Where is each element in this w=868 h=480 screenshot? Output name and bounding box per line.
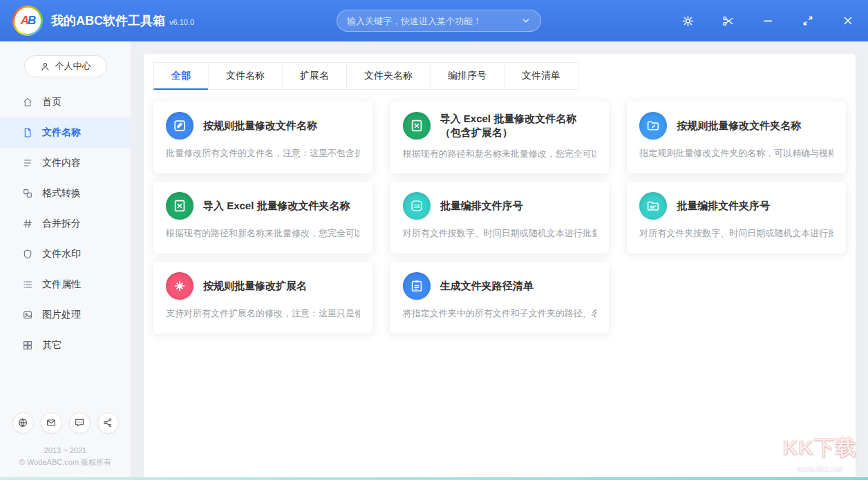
card-title: 生成文件夹路径清单: [440, 279, 534, 293]
sidebar-footer: 2013 ~ 2021 © WodeABC.com 版权所有: [0, 445, 131, 480]
home-icon: [22, 97, 33, 108]
card-title: 批量编排文件夹序号: [677, 199, 770, 213]
sidebar-item-file-content[interactable]: 文件内容: [0, 148, 131, 178]
scissors-tool-icon[interactable]: [720, 13, 735, 28]
sidebar-item-merge-split[interactable]: 合并拆分: [0, 209, 131, 239]
card-title: 按规则批量修改文件夹名称: [677, 119, 801, 133]
number-folder-icon: [639, 192, 667, 220]
content-panel: 全部 文件名称 扩展名 文件夹名称 编排序号 文件清单 按规则批量修改文件名称 …: [144, 54, 856, 480]
excel-import-icon: [403, 112, 431, 140]
profile-center-button[interactable]: 个人中心: [24, 55, 107, 77]
card-title: 批量编排文件序号: [440, 199, 523, 213]
file-icon: [22, 127, 33, 138]
convert-arrows-icon: [22, 188, 33, 199]
card-desc: 对所有文件按数字、时间日期或随机文本进行批量修改: [403, 227, 597, 240]
share-nodes-icon[interactable]: [97, 412, 119, 434]
sidebar-item-watermark[interactable]: 文件水印: [0, 239, 131, 269]
tab-label: 全部: [171, 70, 191, 82]
tab-extension[interactable]: 扩展名: [282, 62, 347, 90]
app-logo-letters: AB: [15, 8, 41, 34]
minimize-button[interactable]: [760, 13, 775, 28]
svg-text:1/2: 1/2: [413, 204, 419, 209]
sidebar-nav: 首页 文件名称 文件内容 格式转换 合并拆分 文件水印: [0, 87, 131, 361]
sidebar-social-row: [12, 396, 119, 434]
tab-label: 编排序号: [448, 70, 487, 82]
app-logo: AB: [12, 6, 43, 36]
titlebar: AB 我的ABC软件工具箱v6.10.0: [0, 0, 868, 41]
card-desc: 支持对所有文件扩展名的修改，注意：这里只是修改扩: [166, 307, 360, 320]
tab-file-list[interactable]: 文件清单: [504, 62, 578, 90]
browser-globe-icon[interactable]: [12, 412, 34, 434]
card-number-folders[interactable]: 批量编排文件夹序号 对所有文件夹按数字、时间日期或随机文本进行批量修: [627, 182, 846, 253]
card-folder-path-list[interactable]: 生成文件夹路径清单 将指定文件夹中的所有文件和子文件夹的路径、名称、: [390, 262, 610, 334]
card-desc: 指定规则批量修改文件夹的名称，可以精确与模糊查找: [639, 147, 833, 160]
card-title: 导入 Excel 批量修改文件夹名称: [203, 199, 350, 213]
tab-file-name[interactable]: 文件名称: [208, 62, 283, 90]
sidebar-item-label: 文件属性: [42, 278, 81, 291]
profile-center-label: 个人中心: [55, 60, 91, 73]
sidebar-item-format-convert[interactable]: 格式转换: [0, 178, 131, 209]
bulleted-list-icon: [22, 279, 33, 290]
grid-icon: [22, 340, 33, 351]
sidebar: 个人中心 首页 文件名称 文件内容 格式转换 合并拆分: [0, 41, 131, 480]
bottom-strip: [0, 477, 868, 480]
chat-bubble-icon[interactable]: [69, 412, 91, 434]
sidebar-item-home[interactable]: 首页: [0, 87, 131, 117]
sidebar-item-label: 文件内容: [42, 157, 81, 169]
tab-all[interactable]: 全部: [153, 62, 209, 90]
card-desc: 根据现有的路径和新名称来批量修改，您完全可以利用: [166, 227, 360, 240]
person-icon: [40, 61, 50, 72]
card-rename-folders[interactable]: 按规则批量修改文件夹名称 指定规则批量修改文件夹的名称，可以精确与模糊查找: [627, 102, 846, 173]
app-title: 我的ABC软件工具箱v6.10.0: [51, 12, 194, 29]
card-desc: 对所有文件夹按数字、时间日期或随机文本进行批量修: [639, 227, 833, 240]
card-title: 导入 Excel 批量修改文件名称（包含扩展名）: [440, 112, 597, 140]
copyright-years: 2013 ~ 2021: [0, 445, 131, 457]
tab-numbering[interactable]: 编排序号: [430, 62, 504, 90]
sidebar-item-label: 合并拆分: [42, 218, 81, 230]
card-desc: 根据现有的路径和新名称来批量修改，您完全可以利用: [403, 148, 597, 160]
quick-search-box[interactable]: [337, 10, 541, 32]
excel-import-icon: [166, 192, 194, 220]
category-tabs: 全部 文件名称 扩展名 文件夹名称 编排序号 文件清单: [153, 62, 846, 90]
sidebar-item-label: 其它: [42, 339, 62, 352]
sidebar-item-label: 文件名称: [42, 126, 81, 139]
shield-stamp-icon: [22, 249, 33, 260]
edit-file-icon: [166, 112, 194, 140]
sidebar-item-label: 图片处理: [42, 309, 81, 321]
mail-icon[interactable]: [41, 412, 62, 434]
sidebar-item-label: 格式转换: [42, 187, 81, 200]
tab-label: 文件清单: [522, 70, 560, 82]
card-title: 按规则批量修改文件名称: [203, 119, 317, 133]
chevron-down-icon[interactable]: [521, 16, 531, 26]
card-rename-files[interactable]: 按规则批量修改文件名称 批量修改所有文件的文件名，注意：这里不包含扩展名: [153, 102, 372, 173]
card-desc: 批量修改所有文件的文件名，注意：这里不包含扩展名: [166, 147, 360, 160]
app-version: v6.10.0: [169, 18, 194, 26]
number-file-icon: 1/2: [403, 192, 431, 220]
card-excel-rename-files[interactable]: 导入 Excel 批量修改文件名称（包含扩展名） 根据现有的路径和新名称来批量修…: [390, 102, 610, 173]
image-icon: [22, 309, 33, 320]
titlebar-actions: [680, 13, 856, 28]
sidebar-item-file-name[interactable]: 文件名称: [0, 117, 131, 148]
resize-button[interactable]: [800, 13, 815, 28]
card-desc: 将指定文件夹中的所有文件和子文件夹的路径、名称、: [403, 307, 597, 320]
sidebar-item-label: 文件水印: [42, 248, 81, 260]
edit-folder-icon: [639, 112, 667, 140]
close-button[interactable]: [840, 13, 856, 28]
main-area: 全部 文件名称 扩展名 文件夹名称 编排序号 文件清单 按规则批量修改文件名称 …: [131, 41, 868, 480]
sidebar-item-label: 首页: [42, 96, 62, 108]
tab-label: 文件夹名称: [364, 70, 413, 82]
tab-folder-name[interactable]: 文件夹名称: [346, 62, 431, 90]
card-number-files[interactable]: 1/2 批量编排文件序号 对所有文件按数字、时间日期或随机文本进行批量修改: [390, 182, 610, 253]
tab-label: 文件名称: [226, 70, 265, 82]
copyright-owner: © WodeABC.com 版权所有: [0, 457, 131, 469]
card-excel-rename-folders[interactable]: 导入 Excel 批量修改文件夹名称 根据现有的路径和新名称来批量修改，您完全可…: [153, 182, 372, 253]
sidebar-item-image-process[interactable]: 图片处理: [0, 300, 131, 330]
puzzle-icon: [166, 272, 194, 300]
sidebar-item-file-attrs[interactable]: 文件属性: [0, 269, 131, 300]
lines-list-icon: [22, 157, 33, 169]
hash-icon: [22, 218, 33, 229]
sidebar-item-other[interactable]: 其它: [0, 330, 131, 361]
card-rename-extensions[interactable]: 按规则批量修改扩展名 支持对所有文件扩展名的修改，注意：这里只是修改扩: [153, 262, 372, 334]
settings-gear-icon[interactable]: [680, 13, 695, 28]
search-input[interactable]: [347, 16, 516, 26]
